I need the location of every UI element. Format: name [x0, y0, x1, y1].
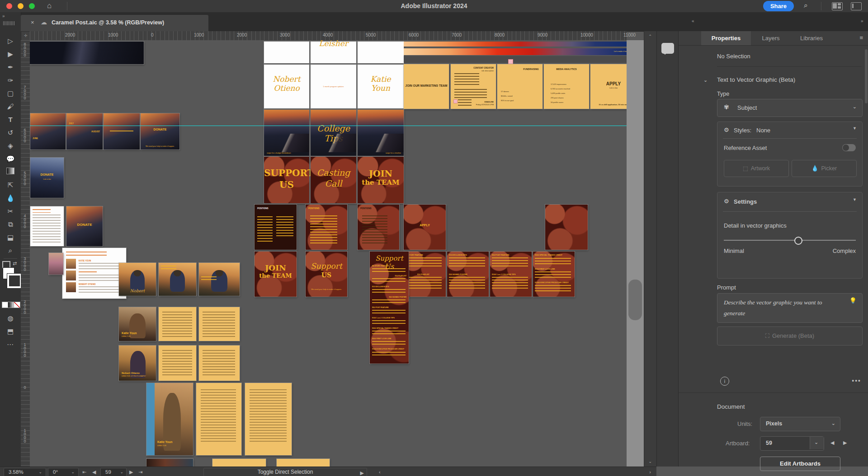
- chevron-down-icon[interactable]: ⌄: [703, 77, 708, 83]
- artboard-portrait-card[interactable]: [199, 263, 240, 296]
- guide-line[interactable]: [30, 126, 627, 126]
- tab-properties[interactable]: Properties: [701, 31, 751, 45]
- rectangle-tool[interactable]: ▢: [0, 87, 21, 100]
- prompt-field[interactable]: Describe the vector graphic you want to …: [717, 293, 863, 323]
- dropdown-triangle-icon[interactable]: ▼: [853, 197, 857, 202]
- artboard-credits-sheet[interactable]: KATIE YOUN NOBERT OTIENO: [62, 248, 126, 299]
- artboard-tool[interactable]: ⬓: [0, 231, 21, 244]
- artboard-support-us-card[interactable]: Support US We need your help to make it …: [306, 252, 347, 297]
- artboard-katie-portrait[interactable]: Katie Youn DIRECTOR: [119, 307, 156, 341]
- expand-dock-icon[interactable]: »: [861, 19, 863, 23]
- vertical-ruler[interactable]: 80007000 60005000 40003000 20001000 0100…: [21, 40, 30, 467]
- artboard-fundraising-card[interactable]: FUNDRAISING 57 donors $1000+ raised 85% …: [497, 64, 542, 109]
- artwork-button[interactable]: ⬚Artwork: [724, 160, 789, 177]
- share-button[interactable]: Share: [763, 1, 794, 11]
- artboard-join-team-card[interactable]: JOIN the TEAM: [255, 252, 297, 297]
- artboard-yellow-sliver[interactable]: [212, 459, 266, 467]
- selection-tool[interactable]: ▷: [0, 34, 21, 47]
- artboard-portrait-card[interactable]: Nobert: [119, 263, 156, 296]
- ruler-origin[interactable]: ✛: [21, 31, 31, 41]
- artboard-white-card[interactable]: Leisher: [311, 42, 356, 63]
- none-button[interactable]: [14, 302, 20, 308]
- first-artboard-icon[interactable]: ⇤: [82, 467, 86, 476]
- next-artboard-icon[interactable]: ▶: [843, 440, 847, 446]
- artboard-positions-card[interactable]: POSITIONS: [255, 205, 297, 250]
- artboard-combo[interactable]: 59 ⌄: [760, 436, 824, 451]
- picker-button[interactable]: 💧Picker: [792, 160, 857, 177]
- artboard-photo-fragment[interactable]: [30, 42, 144, 64]
- artboard-white-card[interactable]: [358, 42, 404, 63]
- artboard-bio-card[interactable]: [30, 206, 64, 246]
- artboard-perk-card[interactable]: $5 STORY FEATURE $10 PLAYLIST: [404, 252, 446, 297]
- close-tab-icon[interactable]: ×: [31, 19, 34, 26]
- last-artboard-icon[interactable]: ⇥: [138, 467, 142, 476]
- canvas[interactable]: Leisher Nobert Otieno 1 month program up…: [30, 40, 627, 467]
- document-arrange-icon[interactable]: [851, 2, 862, 10]
- pen-tool[interactable]: ✒: [0, 61, 21, 74]
- paintbrush-tool[interactable]: 🖌: [0, 100, 21, 113]
- curvature-tool[interactable]: ✑: [0, 74, 21, 87]
- status-next-icon[interactable]: ›: [649, 467, 651, 476]
- artboard-yellow-sliver[interactable]: [277, 459, 330, 467]
- hint-expand-icon[interactable]: ▶: [360, 468, 364, 476]
- blend-tool[interactable]: ✂: [0, 205, 21, 218]
- artboard-month-card[interactable]: [104, 113, 140, 149]
- artboard-nobert-card[interactable]: Nobert Otieno: [264, 65, 309, 108]
- artboard-gradient-strip[interactable]: [404, 42, 627, 47]
- artboard-beach-card[interactable]: swipe for a budget breakdown: [264, 110, 309, 156]
- edit-artboards-button[interactable]: Edit Artboards: [760, 457, 840, 471]
- artboard-tall-support-poster[interactable]: Support Us $5 STORY FEATURE $10 PLAYLIST…: [370, 252, 409, 364]
- artboard-casting-call-card[interactable]: Casting Call: [311, 157, 356, 203]
- document-tab[interactable]: × ☁ Caramel Post.aic @ 3.58 % (RGB/Previ…: [21, 15, 208, 31]
- artboard-bio-yellow-card[interactable]: [245, 383, 292, 455]
- vertical-scrollbar[interactable]: ⌃ ⌄: [644, 31, 657, 467]
- panel-menu-icon[interactable]: ≡: [859, 34, 863, 41]
- expand-panel-icon[interactable]: »: [2, 14, 5, 19]
- lasso-tool[interactable]: 💬: [0, 152, 21, 165]
- artboard-katie-card[interactable]: Katie Youn: [358, 65, 404, 108]
- tab-layers[interactable]: Layers: [752, 31, 789, 45]
- type-dropdown[interactable]: ✾ Subject ⌄: [717, 99, 863, 117]
- artboard-beach-card[interactable]: swipe for a timeline: [358, 110, 404, 156]
- artboard-portrait-card[interactable]: [159, 263, 196, 296]
- eyedropper-tool[interactable]: 💧: [0, 191, 21, 205]
- search-icon[interactable]: ⌕: [804, 1, 808, 9]
- comment-icon[interactable]: [661, 43, 674, 54]
- collapse-panel-icon[interactable]: «: [692, 19, 694, 23]
- artboard-white-card[interactable]: [264, 42, 309, 63]
- width-tool[interactable]: ⇱: [0, 178, 21, 191]
- workspace-layout-icon[interactable]: [832, 2, 843, 10]
- artboard-media-analytics-card[interactable]: MEDIA ANALYTICS 17,019 impressions 6,763…: [544, 64, 589, 109]
- artboard-join-team-card[interactable]: JOIN the TEAM: [358, 157, 404, 203]
- more-options-icon[interactable]: •••: [852, 377, 861, 384]
- artboard-marketing-card[interactable]: JOIN OUR MARKETING TEAM: [404, 64, 449, 109]
- canvas-scrollbar-track[interactable]: [627, 40, 644, 467]
- artboard-support-us-card[interactable]: SUPPORT US: [264, 157, 309, 203]
- zoom-level-dropdown[interactable]: 3.58% ⌄: [4, 468, 46, 476]
- shape-builder-tool[interactable]: ⧉: [0, 218, 21, 231]
- artboard-bio-yellow-card[interactable]: [159, 345, 196, 381]
- artboard-content-creator-card[interactable]: CONTENT CREATOR role description DEADLIN…: [451, 64, 496, 109]
- artboard-gradient-strip[interactable]: Let's make it happen.: [404, 48, 627, 55]
- artboard-college-tips-card[interactable]: College Tips: [311, 110, 356, 156]
- pink-swatch[interactable]: [508, 59, 513, 64]
- artboard-nobert-portrait[interactable]: Nobert Otieno DIRECTOR OF PHOTOGRAPHY: [119, 345, 156, 381]
- eraser-tool[interactable]: ◈: [0, 139, 21, 152]
- type-tool[interactable]: T: [0, 113, 21, 126]
- scroll-down-icon[interactable]: ⌄: [648, 459, 652, 464]
- edit-toolbar-icon[interactable]: ⋯: [0, 338, 21, 351]
- artboard-bio-yellow-card[interactable]: [199, 345, 240, 381]
- artboard-apply-card[interactable]: APPLY Link in bio It's a chill applicati…: [590, 64, 627, 109]
- artboard-perk-card[interactable]: $200 SPECIAL THANKS CREDIT $500 FIRST LO…: [533, 252, 575, 297]
- screen-mode-icon[interactable]: ⬒: [0, 325, 21, 338]
- lightbulb-icon[interactable]: 💡: [849, 297, 857, 304]
- rotation-dropdown[interactable]: 0° ⌄: [48, 468, 79, 476]
- prev-artboard-icon[interactable]: ◀: [92, 467, 96, 476]
- detail-slider-track[interactable]: [724, 240, 856, 241]
- artboard-bio-yellow-card[interactable]: [196, 383, 241, 455]
- artboard-perk-card[interactable]: $50 POST FEATURE $100 1-on-1 COLLEGE TIP…: [490, 252, 532, 297]
- units-dropdown[interactable]: Pixels ⌄: [760, 417, 840, 431]
- stroke-swatch[interactable]: [7, 274, 22, 288]
- rotate-tool[interactable]: ↺: [0, 126, 21, 139]
- horizontal-ruler[interactable]: 20001000 01000 20003000 40005000 6000700…: [30, 31, 627, 41]
